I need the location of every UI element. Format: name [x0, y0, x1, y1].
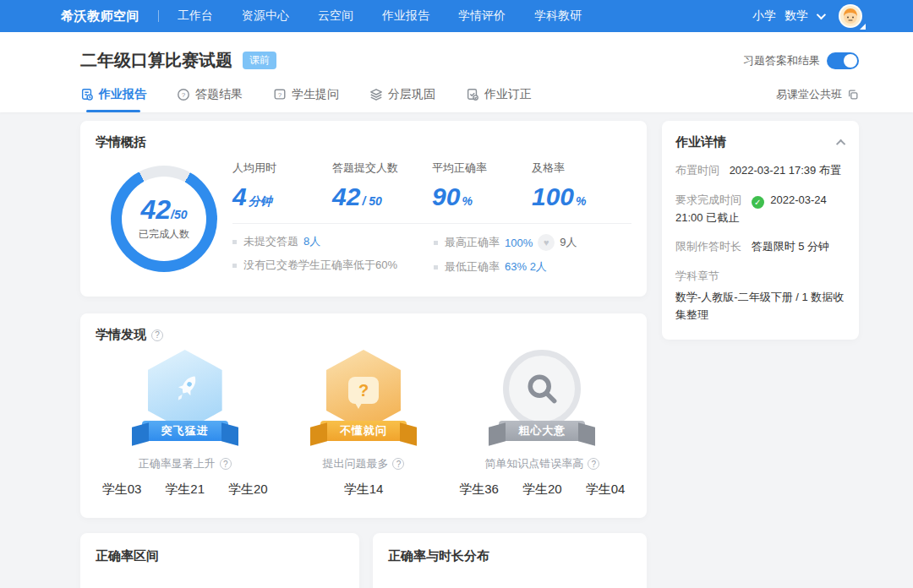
completion-count: 42/50	[140, 196, 187, 223]
bottom-charts-row: 正确率区间 正确率与时长分布	[80, 533, 647, 588]
nav-right: 小学 数学	[752, 4, 862, 28]
left-column: 学情概括 42/50 已完成人数 人均用	[80, 121, 647, 588]
magnifier-icon	[523, 370, 560, 407]
question-circle-icon: ?	[177, 88, 190, 101]
nav-item-workbench[interactable]: 工作台	[178, 8, 213, 24]
nav-item-cloud[interactable]: 云空间	[318, 8, 353, 24]
badge-careless: 粗心大意 简单知识点错误率高 ? 学生36 学生20 学生04	[453, 350, 631, 498]
question-bubble-icon: ?	[348, 377, 379, 404]
nav-menu: 工作台 资源中心 云空间 作业报告 学情评价 学科教研	[178, 8, 582, 24]
details-title: 作业详情	[675, 134, 726, 150]
stat-label: 答题提交人数	[332, 161, 432, 176]
nav-item-research[interactable]: 学科教研	[534, 8, 582, 24]
note-text: 最高正确率	[445, 235, 500, 250]
avatar-face-icon	[840, 6, 861, 26]
student-link[interactable]: 学生03	[102, 482, 142, 498]
nav-divider	[158, 10, 159, 22]
bullet-icon	[434, 265, 438, 270]
nav-item-homework-report[interactable]: 作业报告	[382, 8, 429, 24]
asks-questions-medal: ? 不懂就问	[300, 350, 427, 451]
school-level-label: 小学	[752, 8, 776, 24]
detail-label: 布置时间	[675, 164, 719, 177]
top-navbar: 希沃教师空间 工作台 资源中心 云空间 作业报告 学情评价 学科教研 小学 数学	[0, 0, 913, 32]
student-link[interactable]: 学生04	[586, 482, 626, 498]
tab-answer-results[interactable]: ? 答题结果	[177, 87, 243, 112]
circle-shape	[503, 350, 581, 427]
note-text: 没有已交卷学生正确率低于60%	[243, 258, 397, 273]
accuracy-duration-title: 正确率与时长分布	[388, 548, 631, 564]
bullet-icon	[232, 240, 237, 244]
main-content: 学情概括 42/50 已完成人数 人均用	[0, 112, 913, 588]
discovery-help-icon[interactable]: ?	[151, 329, 163, 341]
stat-value: 90	[432, 182, 460, 210]
heart-icon: ♥	[538, 234, 555, 251]
brand-logo[interactable]: 希沃教师空间	[61, 8, 139, 24]
student-link[interactable]: 学生36	[459, 482, 499, 498]
note-lowest-accuracy: 最低正确率 63% 2人	[434, 259, 577, 275]
accuracy-duration-card: 正确率与时长分布	[373, 533, 647, 588]
detail-deadline: 要求完成时间 ✓ 2022-03-24 21:00 已截止	[675, 192, 845, 227]
accuracy-range-title: 正确率区间	[96, 548, 344, 564]
medal-description: 提出问题最多	[322, 456, 388, 471]
note-unsubmitted: 未提交答题 8人	[232, 234, 434, 249]
hexagon-shape: ?	[326, 350, 401, 431]
user-avatar[interactable]	[839, 4, 862, 28]
tab-homework-report[interactable]: 作业报告	[80, 87, 146, 112]
student-link[interactable]: 学生21	[165, 482, 205, 498]
tab-label: 作业报告	[99, 87, 146, 102]
highest-accuracy-value: 100%	[505, 237, 533, 249]
stat-unit: 分钟	[249, 194, 272, 208]
grade-subject-selector[interactable]: 小学 数学	[752, 8, 823, 24]
medal-help-icon[interactable]: ?	[392, 458, 404, 470]
stat-pass-rate: 及格率 100%	[532, 161, 631, 210]
nav-item-resources[interactable]: 资源中心	[242, 8, 289, 24]
class-switcher[interactable]: 易课堂公共班	[776, 87, 859, 112]
rocket-icon	[167, 372, 204, 409]
detail-assign-time: 布置时间 2022-03-21 17:39 布置	[675, 162, 845, 180]
detail-value: 数学-人教版-二年级下册 / 1 数据收集整理	[675, 289, 845, 324]
detail-chapter: 学科章节 数学-人教版-二年级下册 / 1 数据收集整理	[675, 268, 845, 324]
tab-layered-consolidation[interactable]: 分层巩固	[369, 87, 435, 112]
stat-value: 42	[332, 182, 360, 210]
medal-ribbon: 粗心大意	[499, 421, 585, 441]
detail-label: 学科章节	[675, 270, 719, 282]
stat-unit: / 50	[362, 194, 381, 208]
tab-label: 分层巩固	[388, 87, 435, 102]
collapse-chevron-icon[interactable]	[836, 139, 845, 148]
medal-ribbon: 突飞猛进	[142, 421, 228, 441]
class-name-label: 易课堂公共班	[776, 87, 842, 102]
tab-student-questions[interactable]: ? 学生提问	[273, 87, 339, 112]
detail-time-limit: 限制作答时长 答题限时 5 分钟	[675, 238, 845, 256]
report-icon	[80, 88, 94, 101]
question-square-icon: ?	[273, 88, 287, 101]
svg-text:?: ?	[182, 91, 186, 99]
medal-help-icon[interactable]: ?	[220, 458, 232, 470]
student-link[interactable]: 学生14	[344, 482, 384, 498]
stat-label: 平均正确率	[432, 161, 532, 176]
student-link[interactable]: 学生20	[228, 482, 268, 498]
unsubmitted-count-link[interactable]: 8人	[303, 234, 320, 249]
student-link[interactable]: 学生20	[522, 482, 562, 498]
donut-caption: 已完成人数	[139, 227, 189, 242]
switch-class-icon	[847, 89, 859, 101]
layers-icon	[369, 88, 383, 101]
total-number: /50	[171, 208, 187, 221]
answers-toggle[interactable]	[827, 52, 859, 69]
bullet-icon	[434, 241, 438, 245]
badge-rapid-progress: 突飞猛进 正确率显著上升 ? 学生03 学生21 学生20	[96, 350, 274, 498]
stat-label: 人均用时	[232, 161, 332, 176]
medal-help-icon[interactable]: ?	[588, 458, 599, 470]
note-no-low-accuracy: 没有已交卷学生正确率低于60%	[232, 258, 434, 273]
stat-value: 100	[532, 182, 574, 210]
stats-divider	[232, 223, 631, 224]
nav-item-evaluation[interactable]: 学情评价	[458, 8, 506, 24]
tab-homework-correction[interactable]: 作业订正	[466, 87, 532, 112]
pre-class-tag: 课前	[243, 52, 276, 69]
hexagon-shape	[148, 350, 222, 431]
note-highest-accuracy: 最高正确率 100% ♥ 9人	[434, 234, 577, 251]
tab-label: 答题结果	[195, 87, 243, 102]
check-icon: ✓	[752, 196, 764, 209]
stat-submissions: 答题提交人数 42/ 50	[332, 161, 432, 210]
detail-value: 2022-03-21 17:39 布置	[730, 164, 841, 177]
stat-label: 及格率	[532, 161, 631, 176]
